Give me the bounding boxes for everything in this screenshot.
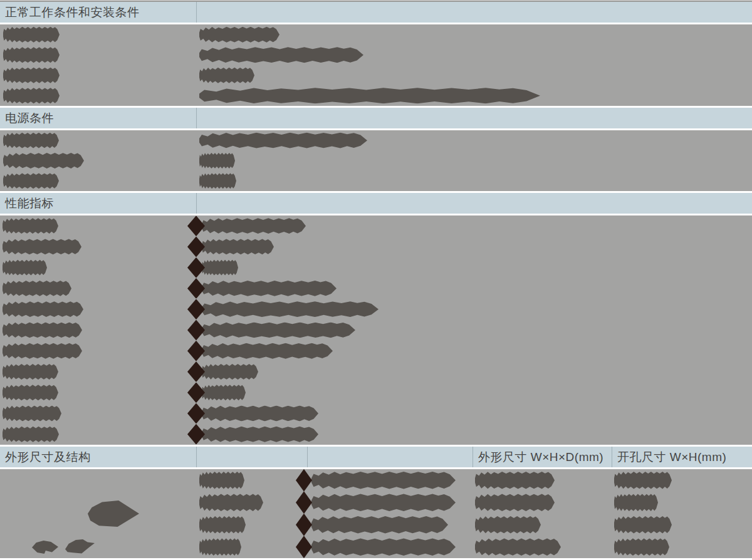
spec-section: 外形尺寸及结构外形尺寸 W×H×D(mm)开孔尺寸 W×H(mm): [0, 447, 752, 558]
section-body: [0, 215, 752, 445]
table-row: [0, 403, 752, 423]
table-row: [0, 171, 752, 191]
redacted-text: [3, 280, 71, 297]
redacted-text: [202, 280, 337, 297]
header-cell: 外形尺寸及结构: [0, 447, 196, 467]
bullet-diamond-icon: [296, 469, 312, 492]
section-body: [0, 130, 752, 191]
section-body: [0, 469, 752, 558]
bullet-diamond-icon: [187, 257, 205, 278]
redacted-text: [199, 152, 235, 169]
redacted-text: [199, 516, 246, 534]
table-row: [0, 236, 752, 257]
table-row: [0, 382, 752, 403]
redacted-text: [202, 259, 238, 276]
redacted-text: [311, 537, 456, 556]
table-row: [0, 469, 752, 492]
header-cell-empty: [196, 193, 752, 214]
table-row: [0, 130, 752, 150]
redacted-text: [475, 537, 561, 556]
redacted-text: [199, 87, 540, 104]
bullet-diamond-icon: [187, 382, 205, 403]
table-row: [0, 24, 752, 45]
section-title: 电源条件: [0, 110, 54, 127]
section-title: 外形尺寸及结构: [0, 449, 91, 465]
redacted-text: [3, 405, 61, 422]
table-row: [0, 536, 752, 559]
redacted-text: [475, 516, 541, 534]
redacted-text: [614, 471, 672, 490]
table-row: [0, 341, 752, 361]
header-cell: 外形尺寸 W×H×D(mm): [473, 447, 612, 467]
header-cell-empty: [196, 447, 307, 467]
section-header-row: 电源条件: [0, 108, 752, 128]
bullet-diamond-icon: [296, 491, 312, 514]
redacted-text: [199, 471, 244, 490]
redacted-text: [199, 46, 363, 63]
table-row: [0, 424, 752, 445]
redacted-text: [202, 217, 306, 234]
header-cell-empty: [196, 2, 752, 23]
section-title: 正常工作条件和安装条件: [0, 4, 140, 21]
spec-section: 正常工作条件和安装条件: [0, 2, 752, 106]
redacted-text: [3, 384, 58, 401]
header-cell-empty: [196, 108, 752, 128]
bullet-diamond-icon: [187, 299, 205, 319]
redacted-text: [199, 132, 367, 149]
redacted-text: [199, 26, 279, 43]
redacted-text: [202, 363, 258, 380]
bullet-diamond-icon: [187, 361, 205, 382]
redacted-text: [3, 363, 58, 380]
redacted-text: [3, 172, 59, 189]
redacted-text: [3, 321, 82, 338]
redacted-text: [311, 516, 448, 534]
redacted-text: [202, 405, 318, 422]
section-header-row: 正常工作条件和安装条件: [0, 2, 752, 23]
table-row: [0, 215, 752, 236]
redacted-text: [311, 471, 456, 490]
section-body: [0, 24, 752, 106]
redacted-text: [202, 321, 355, 338]
redacted-text: [311, 493, 456, 512]
redacted-text: [614, 516, 672, 534]
redacted-text: [3, 132, 59, 149]
section-header-row: 外形尺寸及结构外形尺寸 W×H×D(mm)开孔尺寸 W×H(mm): [0, 447, 752, 467]
redacted-text: [3, 217, 58, 234]
redacted-text: [199, 67, 254, 84]
redacted-text: [3, 238, 81, 255]
redacted-text: [202, 301, 379, 318]
table-row: [0, 150, 752, 170]
section-title: 性能指标: [0, 195, 54, 212]
bullet-diamond-icon: [296, 536, 312, 558]
redacted-text: [199, 493, 263, 512]
bullet-diamond-icon: [187, 278, 205, 299]
header-cell: 正常工作条件和安装条件: [0, 2, 196, 23]
spec-table: 正常工作条件和安装条件电源条件性能指标外形尺寸及结构外形尺寸 W×H×D(mm)…: [0, 0, 752, 560]
redacted-text: [202, 384, 246, 401]
bullet-diamond-icon: [296, 514, 312, 536]
bullet-diamond-icon: [187, 319, 205, 340]
spec-section: 性能指标: [0, 193, 752, 445]
redacted-text: [3, 152, 84, 169]
redacted-text: [3, 259, 47, 276]
redacted-text: [3, 343, 82, 360]
redacted-text: [614, 493, 658, 512]
redacted-text: [199, 537, 241, 556]
header-cell: 开孔尺寸 W×H(mm): [612, 447, 752, 467]
redacted-text: [202, 343, 333, 360]
bullet-diamond-icon: [187, 403, 205, 424]
table-row: [0, 65, 752, 86]
redacted-text: [3, 46, 60, 63]
section-title: 开孔尺寸 W×H(mm): [612, 449, 726, 465]
redacted-text: [202, 426, 318, 443]
bullet-diamond-icon: [187, 341, 205, 361]
redacted-text: [475, 493, 555, 512]
redacted-text: [3, 87, 60, 104]
spec-section: 电源条件: [0, 108, 752, 191]
redacted-text: [3, 301, 83, 318]
table-row: [0, 45, 752, 66]
redacted-text: [3, 426, 59, 443]
bullet-diamond-icon: [187, 236, 205, 257]
redacted-text: [3, 26, 60, 43]
table-row: [0, 86, 752, 106]
